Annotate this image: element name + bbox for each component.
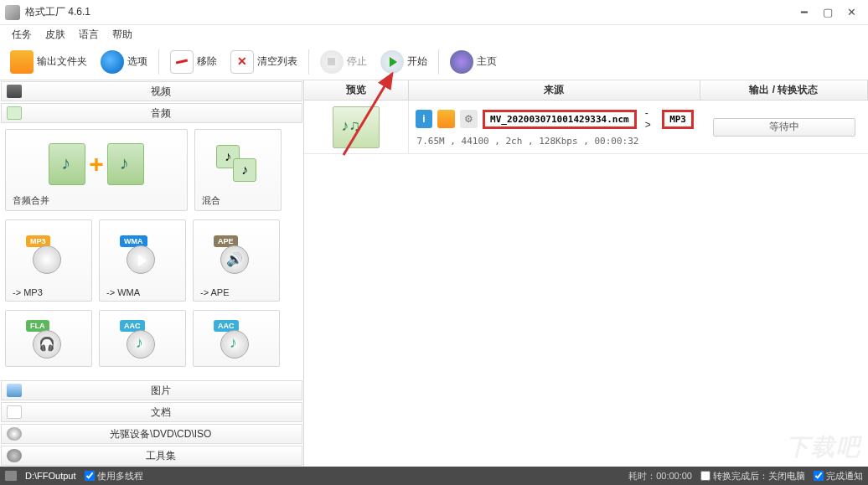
card-mp3-label: -> MP3 [13,287,85,297]
close-button[interactable]: ✕ [840,3,863,22]
category-picture[interactable]: 图片 [1,380,302,400]
maximize-button[interactable]: ▢ [816,3,840,22]
category-disc-label: 光驱设备\DVD\CD\ISO [25,427,297,441]
category-tools-label: 工具集 [25,449,297,463]
card-merge-label: 音频合并 [13,194,180,207]
clear-icon [230,50,254,74]
statusbar-folder-icon[interactable] [5,471,17,481]
tools-icon [7,449,22,462]
fla-icon: FLA [24,320,73,360]
toolbar-separator [308,49,309,75]
audio-icon [7,106,22,120]
notify-label: 完成通知 [826,470,863,482]
main-area: 视频 音频 + 音频合并 混合 MP3 -> MP3 [0,80,868,467]
task-source-filename: MV_202003071001429334.ncm [483,110,637,129]
mp3-icon: MP3 [24,235,73,276]
task-open-folder-button[interactable] [437,110,455,128]
card-ape-label: -> APE [200,287,272,297]
shutdown-label: 转换完成后：关闭电脑 [713,470,805,482]
folder-icon [10,50,34,74]
card-wma-label: -> WMA [106,287,178,297]
start-button[interactable]: 开始 [375,47,432,77]
task-column-headers: 预览 来源 输出 / 转换状态 [304,80,868,101]
multithread-checkbox-input[interactable] [85,471,95,481]
card-to-aac-2[interactable]: AAC [193,310,280,367]
home-button[interactable]: 主页 [445,47,502,77]
task-settings-button[interactable]: ⚙ [460,110,478,128]
category-video[interactable]: 视频 [1,81,302,101]
clear-label: 清空列表 [257,54,297,69]
video-icon [7,85,22,98]
col-source[interactable]: 来源 [409,80,700,100]
multithread-label: 使用多线程 [97,470,143,482]
start-icon [380,50,404,74]
document-icon [7,405,22,419]
options-label: 选项 [127,54,147,69]
elapsed-time: 耗时：00:00:00 [628,470,692,482]
category-document-label: 文档 [25,405,297,420]
category-audio[interactable]: 音频 [1,103,302,123]
wma-icon: WMA [118,235,167,276]
clear-list-button[interactable]: 清空列表 [225,47,302,77]
minimize-button[interactable]: ━ [793,3,816,22]
statusbar-output-path[interactable]: D:\FFOutput [25,471,76,481]
card-to-aac[interactable]: AAC [99,310,186,367]
toolbar-separator [438,49,439,75]
stop-button[interactable]: 停止 [315,47,372,77]
audio-thumb-icon [333,106,380,148]
task-thumbnail [304,101,409,153]
task-status-button[interactable]: 等待中 [713,118,855,137]
toolbar-separator [158,49,159,75]
start-label: 开始 [407,54,427,69]
titlebar: 格式工厂 4.6.1 ━ ▢ ✕ [0,0,868,25]
remove-label: 移除 [197,54,217,69]
stop-label: 停止 [347,54,367,69]
menu-help[interactable]: 帮助 [106,26,139,44]
category-tools[interactable]: 工具集 [1,446,302,466]
mix-icon [216,145,260,183]
category-disc[interactable]: 光驱设备\DVD\CD\ISO [1,424,302,444]
menu-skin[interactable]: 皮肤 [39,26,72,44]
category-picture-label: 图片 [25,384,297,398]
shutdown-after-checkbox[interactable]: 转换完成后：关闭电脑 [700,470,805,482]
toolbar: 输出文件夹 选项 移除 清空列表 停止 开始 主页 [0,44,868,80]
stop-icon [320,50,344,74]
task-info-button[interactable]: i [416,110,433,128]
ape-icon: APE [212,235,261,276]
card-to-ape[interactable]: APE -> APE [193,219,280,302]
remove-button[interactable]: 移除 [165,47,222,77]
arrow-to-icon: -> [645,107,654,131]
output-folder-label: 输出文件夹 [37,54,87,69]
category-video-label: 视频 [25,85,297,99]
done-notify-checkbox[interactable]: 完成通知 [814,470,863,482]
options-button[interactable]: 选项 [96,47,152,77]
card-audio-mix[interactable]: 混合 [194,129,282,211]
aac-icon: AAC [118,320,167,360]
options-icon [101,50,124,74]
card-to-mp3[interactable]: MP3 -> MP3 [5,219,92,302]
menubar: 任务 皮肤 语言 帮助 [0,25,868,44]
menu-task[interactable]: 任务 [5,26,39,44]
merge-icon: + [49,143,144,185]
picture-icon [7,384,22,397]
shutdown-checkbox-input[interactable] [700,471,710,481]
output-folder-button[interactable]: 输出文件夹 [5,47,92,77]
col-preview[interactable]: 预览 [304,80,409,100]
col-status[interactable]: 输出 / 转换状态 [700,80,868,100]
multithread-checkbox[interactable]: 使用多线程 [85,470,143,482]
aac-icon: AAC [212,320,261,360]
task-status-cell: 等待中 [700,101,868,153]
card-to-fla[interactable]: FLA [5,310,92,367]
category-audio-label: 音频 [25,106,297,121]
card-to-wma[interactable]: WMA -> WMA [99,219,186,302]
window-controls: ━ ▢ ✕ [793,3,863,22]
task-media-details: 7.65M , 44100 , 2ch , 128Kbps , 00:00:32 [416,136,694,147]
task-row[interactable]: i ⚙ MV_202003071001429334.ncm -> MP3 7.6… [304,101,868,154]
watermark: 下载吧 [786,431,861,463]
task-target-format: MP3 [662,110,694,129]
statusbar: D:\FFOutput 使用多线程 耗时：00:00:00 转换完成后：关闭电脑… [0,467,868,485]
menu-language[interactable]: 语言 [72,26,106,44]
card-audio-merge[interactable]: + 音频合并 [5,129,188,211]
notify-checkbox-input[interactable] [814,471,824,481]
category-document[interactable]: 文档 [1,402,302,422]
